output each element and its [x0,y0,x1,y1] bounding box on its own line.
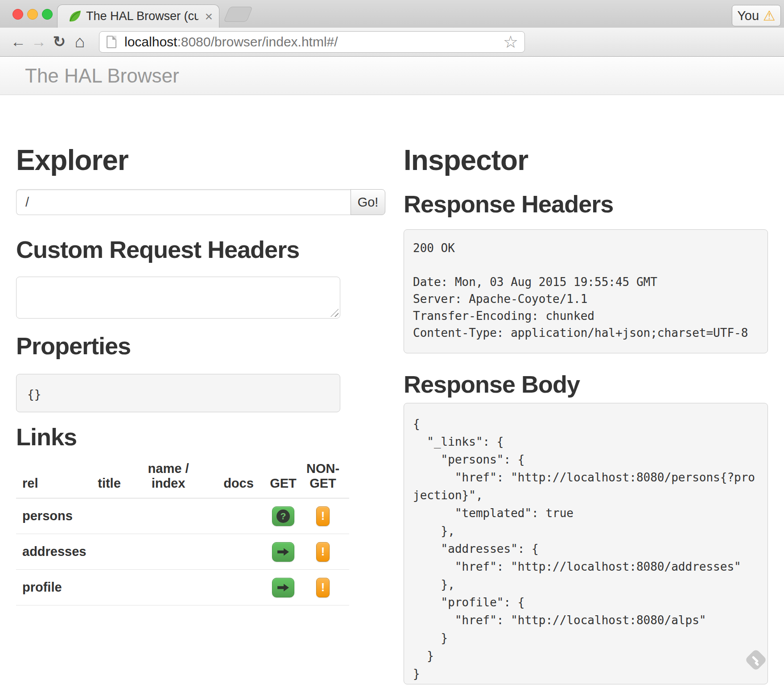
links-table-header: reltitlename / indexdocsGETNON-GET [16,464,349,498]
response-headers-box: 200 OK Date: Mon, 03 Aug 2015 19:55:45 G… [404,229,768,353]
window-minimize-button[interactable] [27,9,38,20]
explorer-address-input[interactable] [16,189,351,215]
links-heading: Links [16,423,77,451]
get-button[interactable]: ? [272,506,294,526]
explorer-heading: Explorer [16,144,128,177]
profile-label: You [737,8,759,23]
non-get-button[interactable]: ! [316,578,330,597]
link-rel-label: addresses [16,544,89,559]
links-column-header: title [89,476,129,491]
links-column-header: GET [270,476,297,491]
links-table: reltitlename / indexdocsGETNON-GET perso… [16,464,349,605]
inspector-heading: Inspector [404,144,528,177]
links-table-row: profile! [16,570,349,605]
bookmark-star-icon[interactable]: ☆ [503,33,518,50]
arrow-right-icon [277,583,289,592]
app-title: The HAL Browser [25,57,179,95]
custom-request-headers-heading: Custom Request Headers [16,236,299,263]
address-bar[interactable]: localhost:8080/browser/index.html#/ ☆ [99,31,525,53]
response-body-box: { "_links": { "persons": { "href": "http… [404,403,768,684]
response-body-heading: Response Body [404,370,580,398]
feedly-mini-icon[interactable] [745,649,767,671]
browser-tab[interactable]: The HAL Browser (customiz × [57,4,219,28]
link-rel-label: persons [16,509,89,523]
links-column-header: docs [207,476,270,491]
question-circle-icon: ? [276,510,290,523]
links-column-header: NON-GET [297,461,349,491]
browser-toolbar: ← → ↻ ⌂ localhost:8080/browser/index.htm… [0,28,784,57]
app-header: The HAL Browser [0,57,784,95]
profile-button[interactable]: You ⚠ [732,5,781,26]
properties-box: {} [16,374,340,412]
get-button[interactable] [272,542,294,562]
response-headers-text: 200 OK Date: Mon, 03 Aug 2015 19:55:45 G… [404,230,767,351]
forward-button[interactable]: → [29,32,48,51]
page-document-icon [107,36,116,48]
non-get-button[interactable]: ! [316,506,330,526]
properties-heading: Properties [16,332,131,360]
links-table-row: persons?! [16,498,349,534]
links-table-row: addresses! [16,534,349,570]
back-button[interactable]: ← [9,32,28,51]
get-button[interactable] [272,578,294,597]
go-button[interactable]: Go! [351,189,385,215]
spring-leaf-favicon [67,9,82,24]
tab-strip: The HAL Browser (customiz × You ⚠ [0,0,784,28]
url-path: :8080/browser/index.html#/ [177,34,338,49]
url-text[interactable]: localhost:8080/browser/index.html#/ [124,34,338,50]
tab-title: The HAL Browser (customiz [86,9,198,23]
warning-icon: ⚠ [763,9,776,23]
url-host: localhost [124,34,177,49]
window-zoom-button[interactable] [42,9,53,20]
window-close-button[interactable] [12,9,23,20]
new-tab-button[interactable] [223,7,253,22]
home-button[interactable]: ⌂ [70,32,89,51]
reload-button[interactable]: ↻ [50,32,69,51]
non-get-button[interactable]: ! [316,542,330,562]
links-column-header: name / index [129,461,207,491]
response-headers-heading: Response Headers [404,190,613,218]
link-rel-label: profile [16,580,89,595]
links-table-rows: persons?!addresses!profile! [16,498,349,605]
response-body-text: { "_links": { "persons": { "href": "http… [404,403,767,688]
custom-request-headers-textarea[interactable] [16,277,340,319]
tab-close-icon[interactable]: × [205,10,213,23]
arrow-right-icon [277,547,289,556]
links-column-header: rel [16,476,89,491]
properties-value: {} [17,374,340,414]
explorer-address-group: Go! [16,189,385,215]
